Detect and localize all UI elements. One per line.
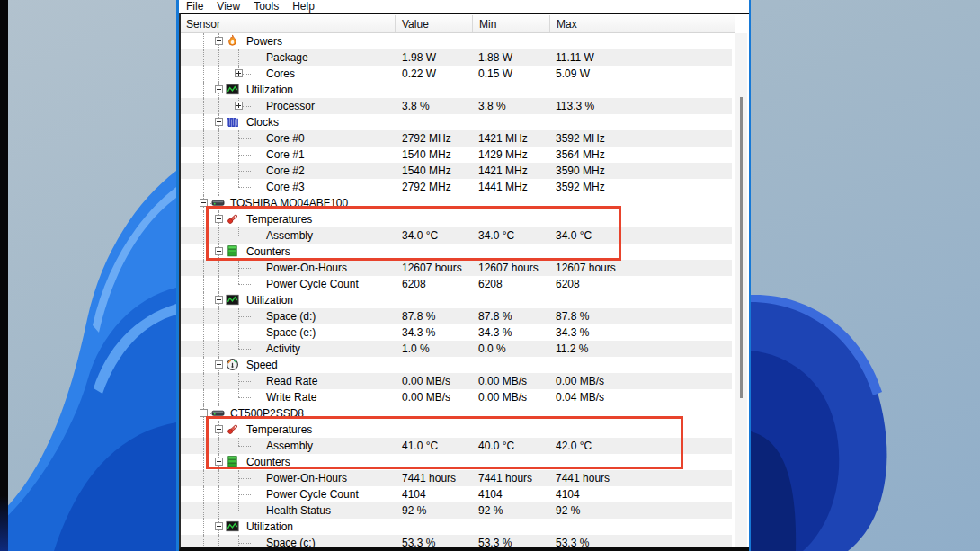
max-cell: 34.0 °C: [556, 227, 592, 244]
collapse-toggle[interactable]: [215, 85, 223, 93]
tree-line: [203, 114, 204, 130]
collapse-toggle[interactable]: [215, 296, 223, 304]
sensor-label: Speed: [246, 357, 278, 373]
sensor-row-core-3[interactable]: Core #32792 MHz1441 MHz3592 MHz: [181, 179, 732, 195]
value-cell: 4104: [402, 486, 426, 502]
collapse-toggle[interactable]: [215, 118, 223, 126]
collapse-toggle[interactable]: [215, 37, 223, 45]
sensor-row-temperatures[interactable]: Temperatures: [181, 422, 732, 438]
scrollbar-thumb[interactable]: [740, 97, 743, 398]
sensor-label: Clocks: [246, 114, 279, 130]
expand-toggle[interactable]: [235, 102, 243, 110]
table-header: SensorValueMinMax: [181, 15, 735, 33]
tree-stub: [238, 333, 251, 333]
tree-stub: [238, 511, 251, 511]
sensor-row-power-on-hours[interactable]: Power-On-Hours12607 hours12607 hours1260…: [181, 260, 732, 276]
sensor-label: Powers: [246, 33, 282, 49]
collapse-toggle[interactable]: [200, 199, 208, 207]
tree-line: [218, 535, 219, 547]
sensor-label: Counters: [246, 454, 290, 470]
sensor-row-space-d-[interactable]: Space (d:)87.8 %87.8 %87.8 %: [181, 308, 732, 324]
sensor-row-ct500p2ssd8[interactable]: CT500P2SSD8: [181, 405, 732, 422]
menu-bar: FileViewToolsHelp: [179, 0, 749, 13]
tree-line: [203, 324, 204, 341]
collapse-toggle[interactable]: [215, 247, 223, 255]
max-cell: 0.00 MB/s: [556, 373, 604, 389]
value-cell: 1540 MHz: [402, 147, 451, 163]
tree-stub: [238, 349, 251, 350]
sensor-row-power-cycle-count[interactable]: Power Cycle Count620862086208: [181, 276, 732, 292]
sensor-row-utilization[interactable]: Utilization: [181, 292, 732, 308]
sensor-row-temperatures[interactable]: Temperatures: [181, 211, 732, 227]
tree-line: [218, 373, 219, 389]
tree-line: [203, 389, 204, 405]
sensor-row-utilization[interactable]: Utilization: [181, 519, 732, 535]
menu-item-file[interactable]: File: [183, 1, 206, 13]
collapse-toggle[interactable]: [200, 409, 208, 417]
max-cell: 3592 MHz: [556, 179, 605, 195]
column-header-blank[interactable]: [628, 15, 735, 32]
column-header-min[interactable]: Min: [473, 15, 550, 32]
tree-stub: [238, 543, 251, 544]
menu-item-help[interactable]: Help: [290, 1, 317, 13]
sensor-label: Space (c:): [266, 535, 316, 547]
tree-line: [218, 227, 219, 244]
sensor-row-space-c-[interactable]: Space (c:)53.3 %53.3 %53.3 %: [181, 535, 732, 547]
sensor-row-toshiba-mq04abf100[interactable]: TOSHIBA MQ04ABF100: [181, 195, 732, 211]
sensor-row-package[interactable]: Package1.98 W1.88 W11.11 W: [181, 49, 732, 66]
sensor-row-activity[interactable]: Activity1.0 %0.0 %11.2 %: [181, 341, 732, 357]
sensor-label: Assembly: [266, 227, 313, 244]
sensor-row-power-on-hours[interactable]: Power-On-Hours7441 hours7441 hours7441 h…: [181, 470, 732, 486]
sensor-row-assembly[interactable]: Assembly34.0 °C34.0 °C34.0 °C: [181, 227, 732, 244]
sensor-row-core-2[interactable]: Core #21540 MHz1421 MHz3590 MHz: [181, 163, 732, 179]
column-header-max[interactable]: Max: [550, 15, 628, 32]
tree-stub: [238, 138, 251, 139]
column-header-sensor[interactable]: Sensor: [181, 15, 396, 32]
column-header-value[interactable]: Value: [396, 15, 473, 32]
sensor-row-cores[interactable]: Cores0.22 W0.15 W5.09 W: [181, 66, 732, 82]
min-cell: 6208: [478, 276, 503, 292]
sensor-row-assembly[interactable]: Assembly41.0 °C40.0 °C42.0 °C: [181, 438, 732, 454]
vertical-scrollbar[interactable]: [735, 33, 747, 547]
sensor-row-health-status[interactable]: Health Status92 %92 %92 %: [181, 502, 732, 519]
sensor-row-power-cycle-count[interactable]: Power Cycle Count410441044104: [181, 486, 732, 502]
tree-line: [218, 66, 219, 82]
sensor-row-utilization[interactable]: Utilization: [181, 82, 732, 98]
sensor-row-write-rate[interactable]: Write Rate0.00 MB/s0.00 MB/s0.04 MB/s: [181, 389, 732, 405]
expand-toggle[interactable]: [235, 69, 243, 77]
collapse-toggle[interactable]: [215, 215, 223, 223]
sensor-label: Power-On-Hours: [266, 260, 347, 276]
min-cell: 34.3 %: [478, 324, 512, 341]
sensor-row-core-0[interactable]: Core #02792 MHz1421 MHz3592 MHz: [181, 130, 732, 147]
max-cell: 12607 hours: [556, 260, 616, 276]
menu-item-tools[interactable]: Tools: [251, 1, 281, 13]
sensor-label: Activity: [266, 341, 300, 357]
collapse-toggle[interactable]: [215, 522, 223, 530]
sensor-row-read-rate[interactable]: Read Rate0.00 MB/s0.00 MB/s0.00 MB/s: [181, 373, 732, 389]
max-cell: 92 %: [556, 502, 580, 519]
tree-line: [203, 422, 204, 438]
sensor-row-space-e-[interactable]: Space (e:)34.3 %34.3 %34.3 %: [181, 324, 732, 341]
tree-stub: [238, 316, 251, 317]
sensor-row-powers[interactable]: Powers: [181, 33, 732, 49]
sensor-row-speed[interactable]: Speed: [181, 357, 732, 373]
utilization-icon: [226, 83, 239, 96]
value-cell: 12607 hours: [402, 260, 462, 276]
sensor-row-processor[interactable]: Processor3.8 %3.8 %113.3 %: [181, 98, 732, 114]
sensor-label: Utilization: [246, 292, 293, 308]
collapse-toggle[interactable]: [215, 425, 223, 433]
sensor-label: Core #2: [266, 163, 305, 179]
speed-icon: [226, 358, 239, 371]
sensor-row-counters[interactable]: Counters: [181, 244, 732, 260]
collapse-toggle[interactable]: [215, 360, 223, 369]
tree-line: [203, 357, 204, 373]
min-cell: 12607 hours: [478, 260, 539, 276]
max-cell: 5.09 W: [556, 66, 590, 82]
sensor-row-clocks[interactable]: Clocks: [181, 114, 732, 130]
menu-item-view[interactable]: View: [214, 1, 243, 13]
collapse-toggle[interactable]: [215, 458, 223, 466]
sensor-label: CT500P2SSD8: [230, 405, 304, 422]
tree-line: [203, 308, 204, 324]
sensor-row-counters[interactable]: Counters: [181, 454, 732, 470]
sensor-row-core-1[interactable]: Core #11540 MHz1429 MHz3564 MHz: [181, 147, 732, 163]
